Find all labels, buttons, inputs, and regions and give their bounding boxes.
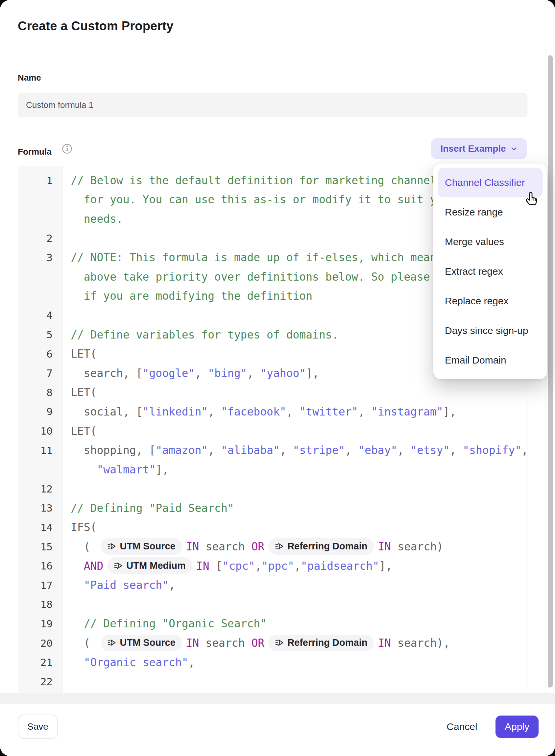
code-row: 9 social, ["linkedin", "facebook", "twit… [18, 402, 527, 422]
code-row: 15 ( UTM SourceIN search ORReferring Dom… [18, 537, 527, 556]
property-chip-utm-source[interactable]: UTM Source [100, 538, 182, 555]
code-row: 20 ( UTM SourceIN search ORReferring Dom… [18, 633, 527, 653]
code-text: , [188, 656, 195, 669]
code-line: ( UTM SourceIN search ORReferring Domain… [62, 635, 450, 651]
property-chip-utm-medium[interactable]: UTM Medium [107, 557, 192, 574]
line-number: 7 [18, 367, 62, 379]
property-chip-label: UTM Source [120, 541, 175, 552]
menu-item-replace-regex[interactable]: Replace regex [438, 286, 543, 316]
apply-button[interactable]: Apply [496, 716, 539, 738]
line-number: 20 [18, 637, 62, 649]
code-operator: IN [196, 560, 209, 572]
hand-cursor-icon [523, 190, 540, 208]
property-chip-label: Referring Domain [287, 541, 367, 552]
code-line: IFS( [62, 521, 97, 533]
code-comment: // Define variables for types of domains… [71, 328, 339, 341]
code-line: if you are modifying the definition [62, 289, 312, 302]
code-operator: IN [186, 540, 199, 553]
code-text: , [358, 405, 371, 418]
code-text: , [208, 405, 221, 418]
code-row: 16 ANDUTM MediumIN ["cpc","ppc","paidsea… [18, 556, 527, 576]
code-text [71, 560, 84, 572]
save-button[interactable]: Save [18, 715, 58, 739]
code-text: , [169, 579, 175, 592]
line-number: 22 [18, 676, 62, 687]
line-number: 16 [18, 560, 62, 572]
menu-item-email-domain[interactable]: Email Domain [438, 346, 543, 375]
code-row: 11 shopping, ["amazon", "alibaba", "stri… [18, 440, 527, 460]
code-line: "Organic search", [62, 656, 195, 669]
insert-example-button[interactable]: Insert Example [431, 138, 527, 159]
line-number: 5 [18, 329, 62, 341]
code-text: ( [71, 637, 97, 649]
info-icon [62, 144, 72, 154]
line-number: 6 [18, 348, 62, 360]
line-number: 3 [18, 252, 62, 264]
code-text: , [286, 405, 300, 418]
code-text: search, [ [71, 367, 143, 380]
code-operator: AND [84, 560, 103, 572]
line-number: 11 [18, 444, 62, 456]
code-text [71, 579, 84, 592]
line-number: 8 [18, 387, 62, 398]
menu-item-days-since-sign-up[interactable]: Days since sign-up [438, 316, 543, 346]
code-string: "twitter" [299, 405, 358, 418]
code-string: "etsy" [410, 444, 450, 456]
code-line: ( UTM SourceIN search ORReferring Domain… [62, 539, 443, 555]
code-row: 14IFS( [18, 518, 527, 537]
vertical-scrollbar-thumb[interactable] [548, 55, 553, 687]
property-token-icon [114, 561, 123, 570]
code-string: "facebook" [221, 405, 286, 418]
property-chip-referring-domain[interactable]: Referring Domain [268, 635, 374, 651]
code-line: LET( [62, 347, 97, 360]
code-operator: OR [251, 540, 264, 553]
menu-item-merge-values[interactable]: Merge values [438, 227, 543, 256]
code-text: search [199, 637, 251, 649]
horizontal-scrollbar-track[interactable] [0, 693, 555, 704]
insert-example-label: Insert Example [440, 144, 506, 154]
line-number: 17 [18, 579, 62, 591]
property-token-icon [107, 542, 116, 551]
code-text: shopping, [ [71, 444, 156, 456]
code-string: "cpc" [222, 560, 255, 572]
code-text: , [280, 444, 293, 456]
menu-item-extract-regex[interactable]: Extract regex [438, 256, 543, 286]
code-text: , [208, 444, 221, 456]
code-row: 22 [18, 672, 527, 691]
code-text: , [521, 444, 527, 456]
code-text: ], [443, 405, 456, 418]
code-string: "shopify" [463, 444, 521, 456]
line-number: 10 [18, 425, 62, 437]
property-chip-utm-source[interactable]: UTM Source [100, 635, 182, 651]
code-line: LET( [62, 386, 97, 399]
property-chip-referring-domain[interactable]: Referring Domain [268, 538, 374, 555]
code-text: ], [156, 463, 169, 476]
code-line: shopping, ["amazon", "alibaba", "stripe"… [62, 444, 527, 456]
name-input[interactable] [18, 93, 527, 117]
name-label: Name [18, 73, 41, 83]
code-operator: IN [186, 637, 199, 649]
code-text: , [195, 367, 208, 380]
code-text: , [397, 444, 410, 456]
code-text: [ [209, 560, 223, 572]
line-number: 2 [18, 232, 62, 244]
code-text: IFS( [71, 521, 97, 533]
code-string: "linkedin" [143, 405, 208, 418]
code-text: ], [379, 560, 392, 572]
code-text: search), [391, 637, 450, 649]
code-operator: IN [378, 540, 391, 553]
code-string: "walmart" [97, 463, 156, 476]
code-text: ], [306, 367, 319, 380]
property-token-icon [275, 542, 284, 551]
code-line: social, ["linkedin", "facebook", "twitte… [62, 405, 456, 418]
page-title: Create a Custom Property [18, 19, 174, 33]
code-line: // NOTE: This formula is made up of if-e… [62, 251, 443, 264]
code-line: for you. You can use this as-is or modif… [62, 193, 450, 206]
code-text: , [294, 560, 301, 572]
line-number: 1 [18, 174, 62, 186]
code-line: // Defining "Paid Search" [62, 502, 234, 515]
code-text [71, 463, 97, 476]
code-line: needs. [62, 212, 123, 225]
code-text: ( [71, 540, 97, 553]
cancel-button[interactable]: Cancel [440, 716, 484, 738]
